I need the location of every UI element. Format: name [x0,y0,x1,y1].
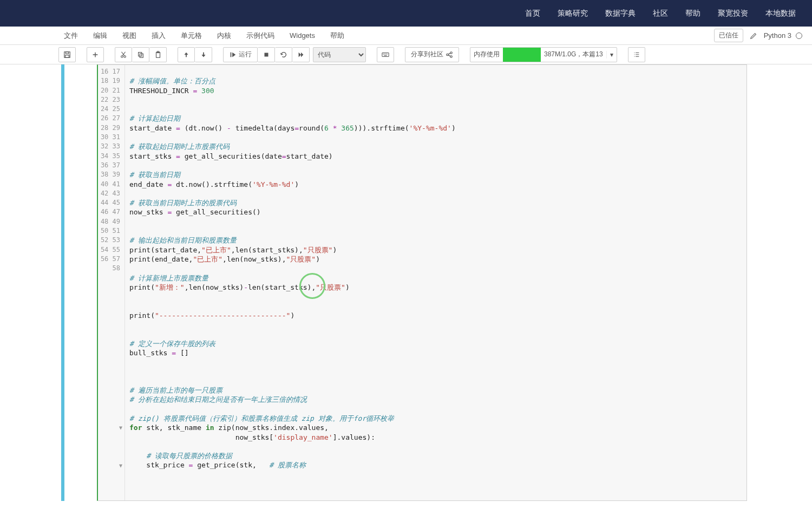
nav-strategy[interactable]: 策略研究 [558,9,588,18]
restart-button[interactable] [275,47,292,62]
chevron-down-icon: ▾ [606,51,617,58]
svg-rect-9 [186,54,187,57]
svg-point-14 [447,54,449,56]
nav-invest[interactable]: 聚宽投资 [718,9,748,18]
paste-button[interactable] [149,47,167,62]
menu-kernel[interactable]: 内核 [217,31,231,41]
move-down-button[interactable] [195,47,212,62]
add-cell-button[interactable] [87,47,104,62]
nav-community[interactable]: 社区 [653,9,668,18]
svg-rect-12 [264,53,268,56]
kernel-indicator[interactable]: Python 3 [764,31,802,40]
memory-bar [503,48,541,62]
run-button[interactable]: 运行 [223,47,258,62]
svg-point-15 [450,51,453,54]
save-button[interactable] [58,47,76,62]
nav-localdata[interactable]: 本地数据 [765,9,796,18]
share-button[interactable]: 分享到社区 [405,47,459,62]
svg-point-4 [124,55,126,57]
svg-rect-10 [203,52,204,55]
cell-type-select[interactable]: 代码 [313,47,366,62]
line-gutter: 16 17 18 19 20 21 22 23 24 25 26 27 28 2… [98,65,125,500]
code-cell[interactable]: 16 17 18 19 20 21 22 23 24 25 26 27 28 2… [61,64,747,501]
svg-rect-2 [66,55,69,57]
kernel-name: Python 3 [764,31,791,40]
memory-text: 387M/1.0G，本篇13 [541,50,606,59]
move-up-button[interactable] [178,47,195,62]
code-editor[interactable]: # 涨幅阈值。单位：百分点THRESHOLD_INCR = 300 # 计算起始… [125,65,746,500]
stop-button[interactable] [258,47,275,62]
kernel-status-icon [796,32,802,39]
notebook-area: 16 17 18 19 20 21 22 23 24 25 26 27 28 2… [0,64,812,501]
menubar: 文件 编辑 视图 插入 单元格 内核 示例代码 Widgets 帮助 已信任 P… [0,27,812,45]
keyboard-button[interactable] [377,47,394,62]
svg-rect-1 [66,51,68,54]
run-button-label: 运行 [239,50,252,59]
memory-usage[interactable]: 内存使用 387M/1.0G，本篇13 ▾ [470,47,617,62]
svg-point-16 [450,55,453,57]
cut-button[interactable] [115,47,132,62]
menu-widgets[interactable]: Widgets [290,31,315,40]
restart-run-all-button[interactable] [292,47,310,62]
menu-view[interactable]: 视图 [122,31,136,41]
menu-edit[interactable]: 编辑 [93,31,107,41]
menu-cell[interactable]: 单元格 [181,31,202,41]
share-button-label: 分享到社区 [411,50,443,59]
memory-label: 内存使用 [470,50,503,59]
top-navbar: 首页 策略研究 数据字典 社区 帮助 聚宽投资 本地数据 [0,0,812,27]
toolbar: 运行 代码 分享到社区 内存使用 387M/1.0G，本篇13 ▾ [0,45,812,64]
trusted-badge[interactable]: 已信任 [714,29,743,42]
svg-point-3 [121,55,123,57]
prompt-area [64,64,97,501]
menu-help[interactable]: 帮助 [330,31,344,41]
nav-datadict[interactable]: 数据字典 [605,9,636,18]
menu-file[interactable]: 文件 [64,31,78,41]
menu-samplecode[interactable]: 示例代码 [246,31,274,41]
copy-button[interactable] [132,47,149,62]
menu-insert[interactable]: 插入 [152,31,166,41]
nav-help[interactable]: 帮助 [685,9,700,18]
list-button[interactable] [628,47,645,62]
nav-home[interactable]: 首页 [525,9,540,18]
svg-rect-11 [231,52,232,57]
pencil-icon[interactable] [749,31,758,41]
